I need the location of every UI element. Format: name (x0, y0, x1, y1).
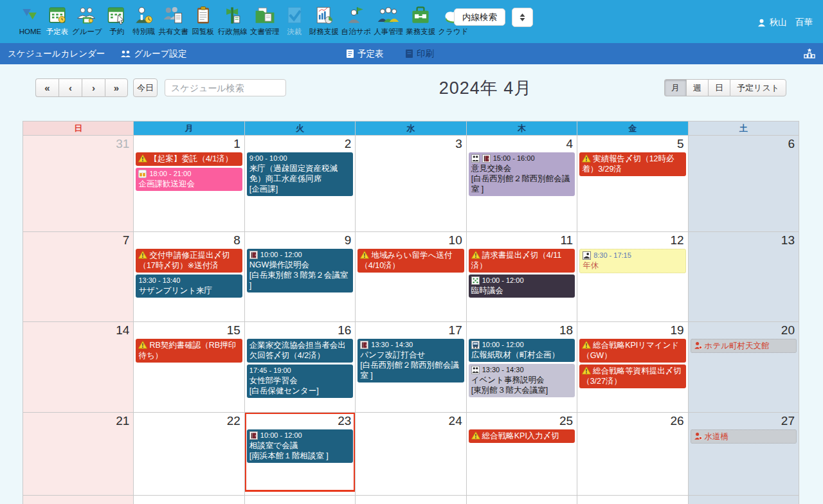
toolbar-item-hr[interactable]: 人事管理 (372, 4, 404, 37)
day-cell-12[interactable]: 128:30 - 17:15年休 (577, 232, 688, 322)
day-cell[interactable] (467, 496, 577, 504)
today-button[interactable]: 今日 (133, 78, 158, 97)
event[interactable]: 9:00 - 10:00来庁（過疎固定資産税減免）商工水産係同席[企画課] (247, 152, 353, 196)
toolbar-item-shared-doc[interactable]: 共有文書 (158, 4, 190, 37)
day-cell-10[interactable]: 10地域みらい留学へ送付（4/10済） (356, 232, 466, 322)
day-cell[interactable] (356, 496, 466, 504)
toolbar-item-finance[interactable]: 財務支援 (308, 4, 340, 37)
toolbar-item-logo[interactable]: HOME (17, 4, 44, 37)
user-name: 秋山 百華 (770, 17, 813, 28)
view-schedule-list-button[interactable]: 予定リスト (730, 79, 786, 96)
event[interactable]: 13:30 - 13:40サザンプリント来庁 (136, 274, 242, 298)
event[interactable]: 交付申請修正提出〆切（17時〆切）※送付済 (136, 249, 242, 273)
day-cell-22[interactable]: 22 (134, 413, 244, 496)
toolbar-item-calendar[interactable]: 予定表 (44, 4, 71, 37)
pager-next-button[interactable]: › (82, 78, 105, 97)
event[interactable]: 10:00 - 12:00NGW操作説明会[白岳東別館３階第２会議室 ] (247, 249, 353, 292)
day-cell-14[interactable]: 14 (23, 322, 134, 413)
event[interactable]: 8:30 - 17:15年休 (579, 249, 685, 273)
beer-icon (138, 170, 147, 178)
event[interactable]: 10:00 - 12:00臨時議会 (469, 274, 575, 298)
date-number: 24 (356, 413, 466, 429)
day-cell-23[interactable]: 2310:00 - 12:00相談室で会議[南浜本館１階相談室 ] (245, 413, 356, 496)
user-menu[interactable]: 秋山 百華 (757, 17, 813, 28)
event[interactable]: 総合戦略KPI入力〆切 (469, 429, 575, 443)
event[interactable]: 企業家交流協会担当者会出欠回答〆切（4/2済） (247, 339, 353, 363)
toolbar-item-group[interactable]: グループ (71, 4, 104, 37)
event[interactable]: 13:30 - 14:30パンフ改訂打合せ[白岳西別館２階西別館会議室 ] (357, 339, 464, 382)
day-cell-18[interactable]: 1810:00 - 12:00広報紙取材（町村企画）13:30 - 14:30イ… (467, 322, 577, 413)
day-cell-26[interactable]: 26 (577, 413, 688, 496)
day-cell-31[interactable]: 31 (23, 136, 134, 232)
favorites-podium-icon[interactable] (804, 48, 815, 60)
toolbar-item-doc-manage[interactable]: 文書管理 (249, 4, 281, 37)
toolbar-item-wireless[interactable]: 行政無線 (217, 4, 249, 37)
menubar-schedule-sheet[interactable]: 予定表 (346, 43, 384, 64)
day-cell-11[interactable]: 11請求書提出〆切（4/11済）10:00 - 12:00臨時議会 (467, 232, 577, 322)
day-cell-27[interactable]: 27水道橋 (689, 413, 799, 496)
day-cell-4[interactable]: 415:00 - 16:00意見交換会[白岳西別館２階西別館会議室 ] (467, 136, 577, 232)
day-cell-9[interactable]: 910:00 - 12:00NGW操作説明会[白岳東別館３階第２会議室 ] (245, 232, 356, 322)
event[interactable]: 17:45 - 19:00女性部学習会[白岳保健センター] (247, 364, 353, 398)
day-cell-2[interactable]: 29:00 - 10:00来庁（過疎固定資産税減免）商工水産係同席[企画課] (245, 136, 356, 232)
day-cell[interactable] (577, 496, 688, 504)
people-icon (471, 154, 480, 163)
view-month-button[interactable]: 月 (664, 79, 686, 96)
day-cell-6[interactable]: 6 (689, 136, 799, 232)
day-cell-8[interactable]: 8交付申請修正提出〆切（17時〆切）※送付済13:30 - 13:40サザンプリ… (134, 232, 244, 322)
event[interactable]: 10:00 - 12:00相談室で会議[南浜本館１階相談室 ] (247, 429, 353, 463)
menubar-group-settings[interactable]: グループ設定 (120, 43, 187, 64)
menubar-schedule-calendar[interactable]: スケジュールカレンダー (8, 43, 105, 64)
event[interactable]: 13:30 - 14:30イベント事務説明会[東別館３階大会議室] (469, 364, 575, 397)
day-cell-16[interactable]: 16企業家交流協会担当者会出欠回答〆切（4/2済）17:45 - 19:00女性… (245, 322, 356, 413)
pager-first-button[interactable]: « (35, 78, 59, 97)
day-cell-1[interactable]: 1【起案】委託（4/1済）18:00 - 21:00企画課歓送迎会 (134, 136, 244, 232)
day-cell-25[interactable]: 25総合戦略KPI入力〆切 (467, 413, 577, 496)
day-cell-7[interactable]: 7 (23, 232, 134, 322)
event[interactable]: 実績報告〆切（12時必着）3/29済 (579, 152, 685, 176)
jichi-icon (341, 4, 372, 27)
view-day-button[interactable]: 日 (708, 79, 730, 96)
day-cell-20[interactable]: 20ホテル町村天文館 (689, 322, 799, 413)
event[interactable]: 地域みらい留学へ送付（4/10済） (357, 249, 464, 273)
event[interactable]: 18:00 - 21:00企画課歓送迎会 (136, 168, 242, 191)
day-cell[interactable] (689, 496, 799, 504)
day-cell-15[interactable]: 15RB契約書確認（RB押印待ち） (134, 322, 244, 413)
event[interactable]: 水道橋 (691, 429, 797, 444)
event[interactable]: ホテル町村天文館 (691, 339, 797, 353)
toolbar-item-work[interactable]: 業務支援 (404, 4, 437, 37)
event-time: 13:30 - 14:30 (360, 340, 461, 349)
toolbar-item-reserve[interactable]: 予約 (104, 4, 131, 37)
day-cell-21[interactable]: 21 (23, 413, 134, 496)
event[interactable]: 【起案】委託（4/1済） (136, 152, 242, 166)
day-cell[interactable] (23, 496, 134, 504)
day-cell[interactable] (134, 496, 244, 504)
day-cell[interactable] (245, 496, 356, 504)
toolbar-item-exec[interactable]: 特別職 (131, 4, 158, 37)
weekday-header-weekday: 月 (134, 122, 244, 136)
date-number: 16 (245, 322, 355, 339)
menubar-print: 印刷 (405, 43, 434, 64)
event[interactable]: 15:00 - 16:00意見交換会[白岳西別館２階西別館会議室 ] (469, 152, 575, 196)
day-cell-5[interactable]: 5実績報告〆切（12時必着）3/29済 (577, 136, 688, 232)
day-cell-24[interactable]: 24 (356, 413, 466, 496)
event-title: 地域みらい留学へ送付（4/10済） (360, 251, 452, 270)
view-week-button[interactable]: 週 (686, 79, 708, 96)
schedule-search-input[interactable] (165, 79, 286, 96)
day-cell-17[interactable]: 1713:30 - 14:30パンフ改訂打合せ[白岳西別館２階西別館会議室 ] (356, 322, 466, 413)
extension-spinner-button[interactable] (512, 8, 533, 27)
logo-icon (18, 4, 42, 27)
pager-last-button[interactable]: » (105, 78, 128, 97)
event[interactable]: 10:00 - 12:00広報紙取材（町村企画） (469, 339, 575, 362)
event[interactable]: RB契約書確認（RB押印待ち） (136, 339, 242, 363)
day-cell-13[interactable]: 13 (689, 232, 799, 322)
event[interactable]: 総合戦略KPIリマインド（GW） (579, 339, 685, 363)
event[interactable]: 総合戦略等資料提出〆切（3/27済） (579, 364, 685, 388)
pager-prev-button[interactable]: ‹ (59, 78, 82, 97)
toolbar-item-jichi[interactable]: 自治サポ (340, 4, 373, 37)
day-cell-3[interactable]: 3 (356, 136, 466, 232)
toolbar-item-board[interactable]: 回覧板 (190, 4, 217, 37)
extension-search-input[interactable] (454, 8, 505, 26)
event[interactable]: 請求書提出〆切（4/11済） (469, 249, 575, 273)
day-cell-19[interactable]: 19総合戦略KPIリマインド（GW）総合戦略等資料提出〆切（3/27済） (577, 322, 688, 413)
